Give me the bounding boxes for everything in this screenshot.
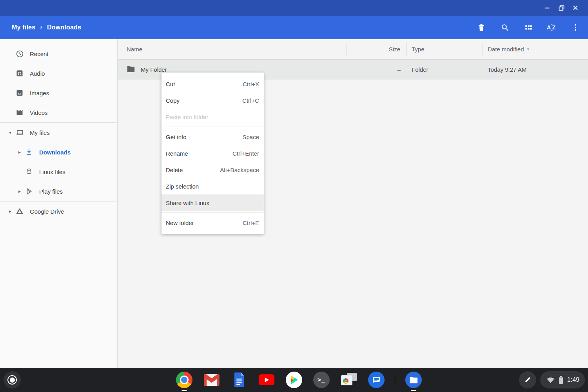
sidebar-item-label: Google Drive <box>30 208 64 215</box>
breadcrumb-separator-icon: › <box>40 23 42 31</box>
menu-item-paste-into-folder: Paste into folder <box>162 109 264 125</box>
sidebar-item-downloads[interactable]: ▸ Downloads <box>0 142 117 162</box>
menu-item-get-info[interactable]: Get infoSpace <box>162 129 264 145</box>
video-icon <box>15 108 24 117</box>
sidebar: Recent Audio Images <box>0 39 118 368</box>
shelf-app-youtube[interactable] <box>258 371 275 388</box>
context-menu: CutCtrl+X CopyCtrl+C Paste into folder G… <box>162 73 264 234</box>
laptop-icon <box>15 128 24 137</box>
search-button[interactable] <box>497 20 513 35</box>
youtube-icon <box>258 374 275 386</box>
search-icon <box>501 23 509 32</box>
shelf-apps: >_ <box>176 368 422 392</box>
column-header-name[interactable]: Name <box>118 43 347 56</box>
close-button[interactable] <box>568 2 583 14</box>
menu-item-cut[interactable]: CutCtrl+X <box>162 76 264 92</box>
chevron-right-icon[interactable]: ▸ <box>15 149 24 155</box>
shelf-app-gmail[interactable] <box>203 371 220 388</box>
menu-item-zip-selection[interactable]: Zip selection <box>162 178 264 194</box>
minimize-icon <box>544 5 550 11</box>
chevron-down-icon[interactable]: ▾ <box>5 130 15 135</box>
menu-item-share-with-linux[interactable]: Share with Linux <box>162 194 264 211</box>
status-tray[interactable]: 1:49 <box>540 371 585 388</box>
shelf-app-files[interactable] <box>405 371 422 388</box>
menu-item-copy[interactable]: CopyCtrl+C <box>162 92 264 109</box>
play-icon <box>24 187 34 196</box>
column-header-type[interactable]: Type <box>407 43 483 56</box>
close-icon <box>573 5 578 11</box>
sidebar-item-images[interactable]: Images <box>0 83 117 103</box>
minimize-button[interactable] <box>540 2 554 14</box>
menu-item-new-folder[interactable]: New folderCtrl+E <box>162 214 264 231</box>
menu-divider <box>162 127 264 127</box>
shelf-app-play-store[interactable] <box>285 371 303 388</box>
breadcrumb-root[interactable]: My files <box>12 24 35 31</box>
image-icon <box>15 88 24 98</box>
menu-divider <box>162 212 264 213</box>
grid-view-button[interactable] <box>521 20 536 35</box>
sidebar-item-audio[interactable]: Audio <box>0 64 117 83</box>
toolbar-actions: A Z <box>466 20 583 35</box>
shelf-app-terminal[interactable]: >_ <box>313 371 330 388</box>
sidebar-item-videos[interactable]: Videos <box>0 103 117 122</box>
stylus-button[interactable] <box>519 371 536 388</box>
more-vertical-icon <box>571 23 580 32</box>
chevron-right-icon[interactable]: ▸ <box>5 209 15 214</box>
remote-desktop-icon <box>341 372 357 388</box>
stylus-icon <box>524 376 532 384</box>
sidebar-item-recent[interactable]: Recent <box>0 44 117 64</box>
sort-button[interactable]: A Z <box>544 20 560 35</box>
menu-item-rename[interactable]: RenameCtrl+Enter <box>162 145 264 162</box>
chrome-icon <box>176 372 192 388</box>
svg-text:Z: Z <box>552 24 556 31</box>
sidebar-item-my-files[interactable]: ▾ My files <box>0 123 117 142</box>
sidebar-item-label: Downloads <box>39 149 71 156</box>
files-app-icon <box>405 372 422 388</box>
file-name: My Folder <box>141 66 167 73</box>
more-options-button[interactable] <box>568 20 583 35</box>
folder-icon <box>127 65 135 74</box>
sidebar-item-google-drive[interactable]: ▸ Google Drive <box>0 201 117 221</box>
app-toolbar: My files › Downloads A Z <box>0 16 588 39</box>
launcher-icon <box>7 375 17 385</box>
download-icon <box>24 147 34 157</box>
clock-time: 1:49 <box>567 376 579 383</box>
trash-icon <box>477 23 486 32</box>
shelf-app-docs[interactable] <box>230 371 248 388</box>
terminal-icon: >_ <box>313 372 330 388</box>
messages-icon <box>368 372 385 388</box>
wifi-icon <box>546 377 555 383</box>
running-indicator <box>182 390 187 391</box>
delete-button[interactable] <box>474 20 489 35</box>
shelf-separator <box>395 376 395 384</box>
restore-button[interactable] <box>554 2 568 14</box>
breadcrumb: My files › Downloads <box>12 24 81 31</box>
shelf: >_ <box>0 368 588 392</box>
file-date-modified: Today 9:27 AM <box>483 66 588 73</box>
menu-item-delete[interactable]: DeleteAlt+Backspace <box>162 162 264 178</box>
shelf-app-chrome[interactable] <box>176 371 193 388</box>
column-header-size[interactable]: Size <box>347 43 407 56</box>
sidebar-item-label: Linux files <box>39 169 65 175</box>
penguin-icon <box>24 167 34 176</box>
window-titlebar <box>0 0 588 16</box>
chevron-right-icon[interactable]: ▸ <box>15 189 24 194</box>
sidebar-item-linux-files[interactable]: Linux files <box>0 162 117 181</box>
breadcrumb-current[interactable]: Downloads <box>47 24 81 31</box>
file-type: Folder <box>407 66 483 73</box>
sidebar-item-label: Images <box>30 90 49 96</box>
running-indicator <box>411 390 416 391</box>
shelf-app-messages[interactable] <box>368 371 385 388</box>
status-area: 1:49 <box>519 371 585 388</box>
sort-caret-icon: ▾ <box>527 47 530 52</box>
sidebar-item-label: My files <box>30 129 50 136</box>
shelf-app-remote-desktop[interactable] <box>340 371 358 388</box>
clock-icon <box>15 49 24 58</box>
sidebar-item-label: Audio <box>30 70 45 77</box>
launcher-button[interactable] <box>4 371 21 388</box>
sidebar-item-play-files[interactable]: ▸ Play files <box>0 181 117 201</box>
restore-icon <box>559 5 564 11</box>
gmail-icon <box>203 373 220 387</box>
list-header: Name Size Type Date modified▾ <box>118 39 588 60</box>
column-header-date-modified[interactable]: Date modified▾ <box>483 43 588 56</box>
